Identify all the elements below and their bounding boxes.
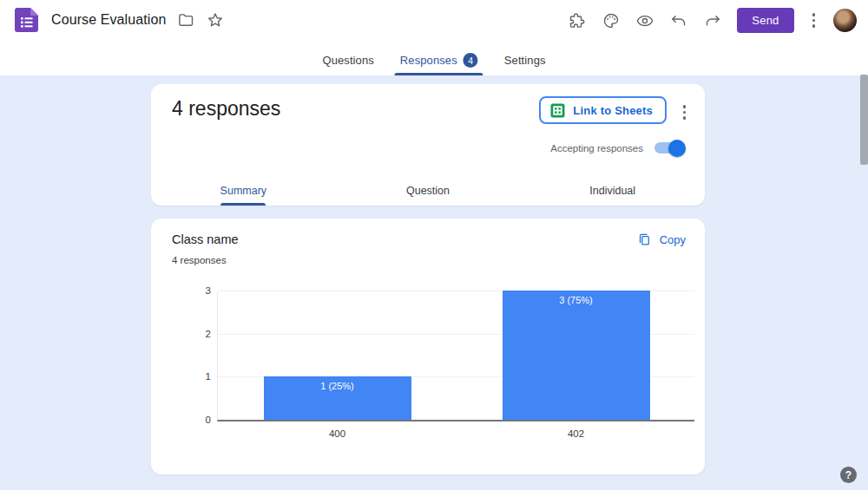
tab-responses[interactable]: Responses 4 xyxy=(398,45,480,75)
star-icon[interactable] xyxy=(206,10,225,29)
google-sheets-icon xyxy=(550,103,565,118)
topbar-left-group: Course Evaluation xyxy=(15,8,225,32)
y-axis-tick-label: 1 xyxy=(197,370,211,382)
question-response-count: 4 responses xyxy=(172,255,227,265)
subtab-individual[interactable]: Individual xyxy=(520,176,705,206)
y-axis-tick-label: 0 xyxy=(197,414,211,426)
subtab-question-label: Question xyxy=(406,185,450,197)
document-title[interactable]: Course Evaluation xyxy=(51,12,166,28)
card-more-options-icon[interactable] xyxy=(680,101,690,123)
topbar-right-group: Send xyxy=(568,8,857,33)
link-to-sheets-button[interactable]: Link to Sheets xyxy=(539,96,667,124)
bar-value-label: 1 (25%) xyxy=(264,381,411,391)
copy-label: Copy xyxy=(660,233,686,246)
tab-responses-label: Responses xyxy=(400,54,457,67)
vertical-scrollbar-thumb[interactable] xyxy=(860,75,868,165)
active-tab-underline xyxy=(395,73,483,76)
subtab-summary-label: Summary xyxy=(220,185,266,197)
tab-settings[interactable]: Settings xyxy=(503,45,548,75)
accepting-responses-label: Accepting responses xyxy=(550,143,643,154)
subtab-individual-label: Individual xyxy=(589,185,635,197)
x-axis-category-label: 400 xyxy=(218,428,457,439)
account-avatar[interactable] xyxy=(833,9,857,32)
preview-eye-icon[interactable] xyxy=(635,11,654,30)
send-button[interactable]: Send xyxy=(737,8,793,33)
responses-summary-card: 4 responses Link to Sheets Accepting res… xyxy=(151,84,705,206)
question-title: Class name xyxy=(172,232,239,246)
summary-subtabs: Summary Question Individual xyxy=(151,176,705,206)
chart-plot: 01231 (25%)4003 (75%)402 xyxy=(217,292,694,421)
copy-icon xyxy=(637,232,652,247)
question-chart-card: Class name 4 responses Copy 01231 (25%)4… xyxy=(151,219,705,474)
bar-400[interactable]: 1 (25%) xyxy=(264,376,411,420)
y-axis-tick-label: 3 xyxy=(197,284,211,297)
active-subtab-underline xyxy=(220,203,266,206)
accepting-responses-toggle[interactable] xyxy=(654,142,684,154)
link-to-sheets-label: Link to Sheets xyxy=(573,104,653,117)
top-bar: Course Evaluation Send Questions xyxy=(0,0,868,75)
x-axis-category-label: 402 xyxy=(457,428,695,439)
accepting-responses-row: Accepting responses xyxy=(550,142,684,154)
tab-questions[interactable]: Questions xyxy=(320,45,375,75)
copy-chart-button[interactable]: Copy xyxy=(637,232,686,247)
google-forms-logo-icon[interactable] xyxy=(15,8,38,32)
subtab-summary[interactable]: Summary xyxy=(151,176,336,206)
subtab-question[interactable]: Question xyxy=(336,176,521,206)
redo-icon[interactable] xyxy=(703,11,722,30)
bar-value-label: 3 (75%) xyxy=(503,295,650,305)
bar-402[interactable]: 3 (75%) xyxy=(503,291,650,420)
more-options-icon[interactable] xyxy=(809,10,819,31)
customize-theme-palette-icon[interactable] xyxy=(602,11,621,30)
add-ons-puzzle-icon[interactable] xyxy=(568,11,587,30)
toggle-knob xyxy=(668,140,686,157)
y-axis-tick-label: 2 xyxy=(197,328,211,340)
tab-settings-label: Settings xyxy=(504,54,546,67)
main-nav-tabs: Questions Responses 4 Settings xyxy=(320,45,547,75)
tab-questions-label: Questions xyxy=(322,54,373,67)
undo-icon[interactable] xyxy=(669,11,688,30)
help-button[interactable]: ? xyxy=(840,467,857,483)
move-to-folder-icon[interactable] xyxy=(176,10,195,29)
responses-count-badge: 4 xyxy=(464,53,478,68)
responses-count-title: 4 responses xyxy=(172,97,280,121)
